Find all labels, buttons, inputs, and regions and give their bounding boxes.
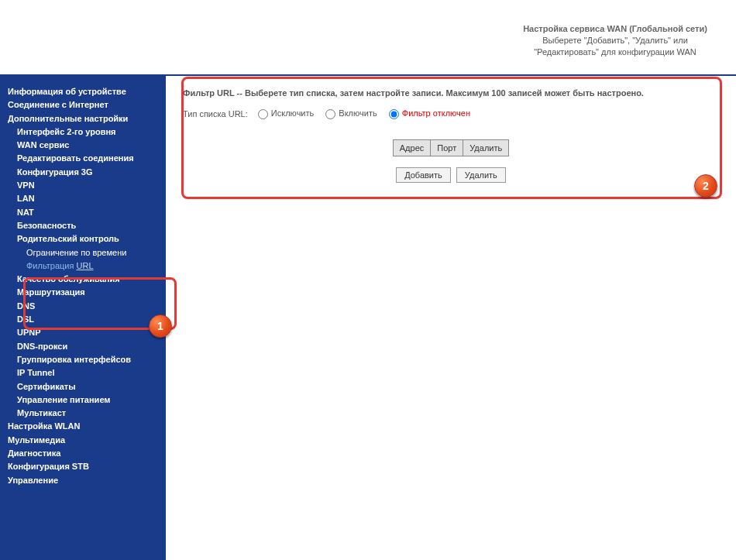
radio-disabled[interactable] xyxy=(389,109,399,119)
header: Настройка сервиса WAN (Глобальной сети) … xyxy=(0,0,736,76)
nav-l2-interface[interactable]: Интерфейс 2-го уровня xyxy=(8,125,166,139)
table-header-row: Адрес Порт Удалить xyxy=(393,139,508,156)
nav-qos[interactable]: Качество обслуживания xyxy=(8,273,166,286)
add-button[interactable]: Добавить xyxy=(396,167,451,183)
nav-dsl[interactable]: DSL xyxy=(8,313,166,326)
nav-edit-conn[interactable]: Редактировать соединения xyxy=(8,152,166,165)
header-subtitle: Выберете "Добавить", "Удалить" или "Реда… xyxy=(534,36,696,57)
nav-dns-proxy[interactable]: DNS-прокси xyxy=(8,340,166,353)
nav-lan[interactable]: LAN xyxy=(8,192,166,205)
nav-advanced[interactable]: Дополнительные настройки xyxy=(8,112,166,125)
nav-parental[interactable]: Родительский контроль xyxy=(8,232,166,246)
delete-button[interactable]: Удалить xyxy=(456,167,506,183)
nav-if-group[interactable]: Группировка интерфейсов xyxy=(8,353,166,366)
list-type-row: Тип списка URL: Исключить Включить Фильт… xyxy=(183,108,719,119)
header-title: Настройка сервиса WAN (Глобальной сети) xyxy=(523,24,707,33)
nav-time-restrict[interactable]: Ограничение по времени xyxy=(8,246,166,259)
nav-internet-conn[interactable]: Соединение с Интернет xyxy=(8,98,166,112)
list-type-label: Тип списка URL: xyxy=(183,109,248,119)
radio-include[interactable] xyxy=(325,109,335,119)
nav-wlan[interactable]: Настройка WLAN xyxy=(8,420,166,433)
opt-include[interactable]: Включить xyxy=(325,108,377,118)
col-delete: Удалить xyxy=(463,139,509,156)
nav-power[interactable]: Управление питанием xyxy=(8,393,166,407)
main-content: Фильтр URL -- Выберете тип списка, затем… xyxy=(166,76,736,560)
nav-routing[interactable]: Маршрутизация xyxy=(8,286,166,299)
sidebar: Информация об устройстве Соединение с Ин… xyxy=(0,76,166,560)
page-title: Фильтр URL -- Выберете тип списка, затем… xyxy=(183,88,719,98)
nav-diag[interactable]: Диагностика xyxy=(8,447,166,460)
nav-ip-tunnel[interactable]: IP Tunnel xyxy=(8,366,166,380)
nav-manage[interactable]: Управление xyxy=(8,474,166,487)
url-table: Адрес Порт Удалить xyxy=(393,139,509,156)
nav-stb[interactable]: Конфигурация STB xyxy=(8,460,166,473)
radio-exclude[interactable] xyxy=(258,109,268,119)
nav-vpn[interactable]: VPN xyxy=(8,179,166,192)
nav-url-filter[interactable]: Фильтрация URL xyxy=(8,259,166,273)
nav-certs[interactable]: Сертификаты xyxy=(8,380,166,393)
col-address: Адрес xyxy=(393,139,431,156)
nav-dns[interactable]: DNS xyxy=(8,300,166,313)
opt-exclude[interactable]: Исключить xyxy=(258,108,314,118)
nav-upnp[interactable]: UPNP xyxy=(8,326,166,339)
nav-multimedia[interactable]: Мультимедиа xyxy=(8,434,166,447)
nav-wan-service[interactable]: WAN сервис xyxy=(8,139,166,152)
nav-device-info[interactable]: Информация об устройстве xyxy=(8,85,166,98)
opt-disabled[interactable]: Фильтр отключен xyxy=(389,108,470,118)
col-port: Порт xyxy=(431,139,463,156)
header-text-block: Настройка сервиса WAN (Глобальной сети) … xyxy=(514,23,716,58)
nav-nat[interactable]: NAT xyxy=(8,206,166,219)
nav-multicast[interactable]: Мультикаст xyxy=(8,407,166,420)
annotation-badge-2: 2 xyxy=(694,174,717,198)
nav-3g-config[interactable]: Конфигурация 3G xyxy=(8,166,166,179)
annotation-badge-1: 1 xyxy=(149,314,172,338)
nav-security[interactable]: Безопасность xyxy=(8,219,166,232)
action-buttons: Добавить Удалить xyxy=(183,167,719,183)
